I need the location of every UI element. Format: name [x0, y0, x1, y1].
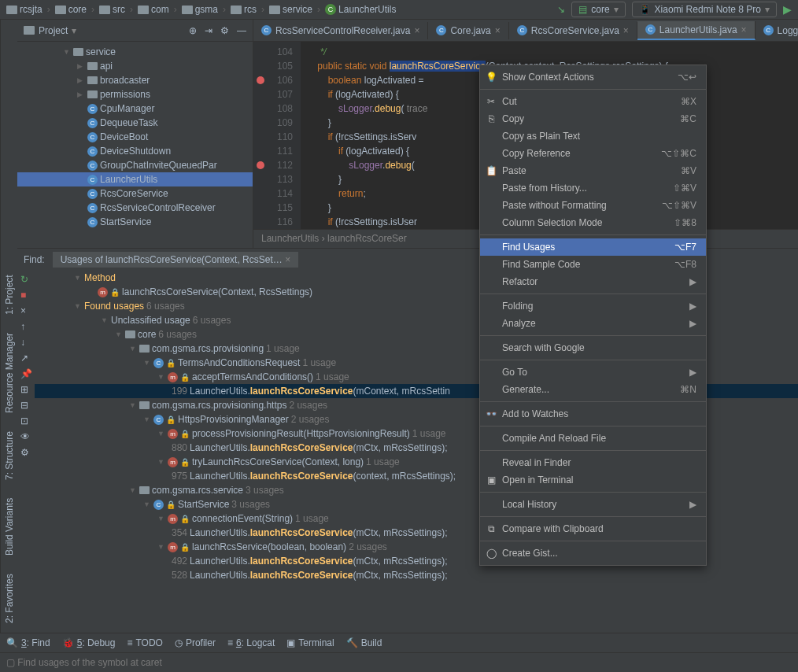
status-icon: ▢: [6, 657, 15, 668]
bottom-bar-item[interactable]: ◷Profiler: [175, 637, 216, 648]
filter-icon[interactable]: ⚙: [20, 447, 31, 458]
breadcrumb-item[interactable]: core: [55, 4, 87, 15]
project-panel: Project ▾ ⊕ ⇥ ⚙ — ▼service▶api▶broadcast…: [17, 20, 253, 248]
tree-item[interactable]: ▶api: [17, 59, 253, 73]
bottom-icon: 🔨: [346, 637, 358, 648]
tree-item[interactable]: CDequeueTask: [17, 116, 253, 130]
group-icon[interactable]: ⊡: [20, 415, 31, 426]
tree-item[interactable]: ▶permissions: [17, 87, 253, 102]
editor-tab[interactable]: CCore.java×: [428, 22, 508, 39]
menu-item[interactable]: Paste without Formatting⌥⇧⌘V: [480, 197, 706, 214]
tree-item[interactable]: CRcsServiceControlReceiver: [17, 201, 253, 215]
breakpoint-icon[interactable]: [257, 161, 264, 169]
menu-item[interactable]: ⎘Copy⌘C: [480, 110, 706, 127]
close-icon[interactable]: ×: [285, 254, 290, 265]
build-icon[interactable]: ↘: [557, 4, 565, 15]
tree-item[interactable]: CDeviceBoot: [17, 130, 253, 144]
project-title[interactable]: Project ▾: [24, 25, 189, 36]
menu-item[interactable]: ▣Open in Terminal: [480, 471, 706, 489]
bottom-bar-item[interactable]: 🐞5: Debug: [62, 637, 116, 648]
tree-item[interactable]: CLauncherUtils: [17, 172, 253, 186]
menu-item[interactable]: Refactor▶: [480, 273, 706, 290]
close-icon[interactable]: ×: [741, 24, 747, 35]
preview-icon[interactable]: 👁: [20, 431, 31, 442]
locate-icon[interactable]: ⊕: [189, 25, 197, 36]
sidebar-tab-project[interactable]: 1: Project: [2, 271, 17, 318]
bottom-bar-item[interactable]: ≡TODO: [127, 637, 162, 648]
menu-item[interactable]: Local History▶: [480, 496, 706, 513]
menu-item[interactable]: Paste from History...⇧⌘V: [480, 179, 706, 197]
close-panel-icon[interactable]: ×: [20, 305, 31, 316]
menu-item[interactable]: Find Sample Code⌥F8: [480, 256, 706, 273]
menu-item[interactable]: Reveal in Finder: [480, 454, 706, 471]
menu-item[interactable]: Generate...⌘N: [480, 381, 706, 398]
run-button[interactable]: ▶: [783, 3, 792, 16]
editor-tab[interactable]: CRcsCoreService.java×: [509, 22, 637, 39]
sidebar-tab-favorites[interactable]: 2: Favorites: [2, 570, 17, 626]
next-icon[interactable]: ↓: [20, 337, 31, 348]
prev-icon[interactable]: ↑: [20, 321, 31, 332]
menu-item[interactable]: Compile And Reload File: [480, 430, 706, 447]
bottom-bar-item[interactable]: ≡6: Logcat: [227, 637, 275, 648]
close-icon[interactable]: ×: [495, 25, 501, 36]
stop-icon[interactable]: ■: [20, 290, 31, 301]
tree-item[interactable]: CCpuManager: [17, 102, 253, 116]
hide-icon[interactable]: —: [237, 25, 246, 36]
menu-icon: 💡: [485, 72, 497, 83]
status-bar: ▢ Find usages of the symbol at caret: [0, 652, 798, 672]
editor-tab[interactable]: CRcsServiceControlReceiver.java×: [253, 22, 428, 39]
menu-item[interactable]: Folding▶: [480, 297, 706, 315]
menu-item[interactable]: Analyze▶: [480, 315, 706, 332]
collapse-icon[interactable]: ⊟: [20, 400, 31, 411]
settings-icon[interactable]: ⚙: [220, 25, 229, 36]
breadcrumb-item[interactable]: service: [269, 4, 312, 15]
tree-item[interactable]: CDeviceShutdown: [17, 144, 253, 158]
export-icon[interactable]: ↗: [20, 353, 31, 364]
editor-tab[interactable]: CLauncherUtils.java×: [637, 21, 756, 40]
menu-item[interactable]: Copy Reference⌥⇧⌘C: [480, 145, 706, 162]
menu-icon: ⎘: [485, 113, 497, 124]
usage-item[interactable]: 528 LauncherUtils.launchRcsCoreService(m…: [35, 568, 798, 582]
toolbar-right: ↘ ▤ core ▾ 📱 Xiaomi Redmi Note 8 Pro ▾ ▶: [557, 2, 792, 17]
rerun-icon[interactable]: ↻: [20, 274, 31, 285]
close-icon[interactable]: ×: [414, 25, 419, 36]
menu-item[interactable]: Copy as Plain Text: [480, 127, 706, 145]
menu-item[interactable]: 💡Show Context Actions⌥↩: [480, 68, 706, 86]
menu-item[interactable]: 👓Add to Watches: [480, 405, 706, 423]
bottom-bar-item[interactable]: 🔨Build: [346, 637, 382, 648]
sidebar-tab-structure[interactable]: 7: Structure: [2, 428, 17, 483]
menu-item[interactable]: Go To▶: [480, 364, 706, 381]
breadcrumb-item[interactable]: rcs: [231, 4, 257, 15]
breadcrumb-item[interactable]: gsma: [182, 4, 218, 15]
menu-item[interactable]: Search with Google: [480, 339, 706, 356]
pin-icon[interactable]: 📌: [20, 368, 31, 379]
breadcrumb-item[interactable]: com: [138, 4, 169, 15]
bottom-bar-item[interactable]: 🔍3: Find: [6, 637, 50, 648]
run-config-select[interactable]: ▤ core ▾: [571, 2, 625, 17]
device-select[interactable]: 📱 Xiaomi Redmi Note 8 Pro ▾: [632, 2, 777, 17]
close-icon[interactable]: ×: [623, 25, 629, 36]
menu-item[interactable]: ✂Cut⌘X: [480, 93, 706, 110]
tree-item[interactable]: ▼service: [17, 45, 253, 59]
menu-item[interactable]: ⧉Compare with Clipboard: [480, 520, 706, 537]
sidebar-tab-build[interactable]: Build Variants: [2, 495, 17, 559]
breadcrumb-item[interactable]: src: [99, 4, 125, 15]
breadcrumb-item[interactable]: CLauncherUtils: [325, 4, 396, 15]
bottom-bar-item[interactable]: ▣Terminal: [286, 637, 334, 648]
find-tab[interactable]: Usages of launchRcsCoreService(Context, …: [53, 252, 298, 268]
editor-tab[interactable]: CLogger.jav×: [756, 22, 798, 39]
tree-item[interactable]: CStartService: [17, 215, 253, 229]
tree-item[interactable]: CRcsCoreService: [17, 186, 253, 201]
collapse-icon[interactable]: ⇥: [205, 25, 212, 36]
menu-item[interactable]: 📋Paste⌘V: [480, 162, 706, 179]
tree-item[interactable]: CGroupChatInviteQueuedPar: [17, 158, 253, 172]
breadcrumb-item[interactable]: rcsjta: [6, 4, 42, 15]
menu-item[interactable]: Column Selection Mode⇧⌘8: [480, 214, 706, 231]
top-toolbar: rcsjta›core›src›com›gsma›rcs›service›CLa…: [0, 0, 798, 20]
menu-item[interactable]: ◯Create Gist...: [480, 545, 706, 562]
expand-icon[interactable]: ⊞: [20, 384, 31, 395]
breakpoint-icon[interactable]: [257, 76, 264, 84]
sidebar-tab-resource[interactable]: Resource Manager: [2, 330, 17, 416]
tree-item[interactable]: ▶broadcaster: [17, 73, 253, 87]
menu-item[interactable]: Find Usages⌥F7: [480, 238, 706, 256]
